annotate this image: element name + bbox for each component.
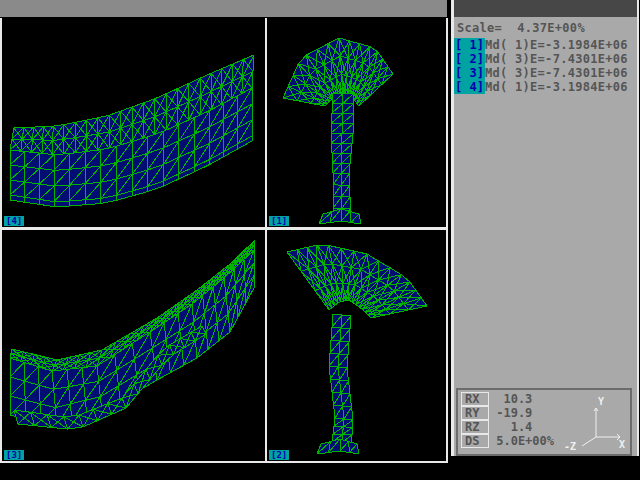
mode-index-chip: [ 3] bbox=[454, 66, 485, 80]
ry-label: RY bbox=[461, 406, 489, 420]
mode-eigenvalue: Md( 1)E=-3.1984E+06 bbox=[485, 80, 628, 94]
ry-value: -19.9 bbox=[489, 406, 532, 420]
viewport-top-left[interactable]: [4] bbox=[2, 18, 265, 227]
viewport-mode-badge: [4] bbox=[4, 216, 24, 226]
mode-index-chip: [ 4] bbox=[454, 80, 485, 94]
mode-list: [ 1] Md( 1)E=-3.1984E+06 [ 2] Md( 3)E=-7… bbox=[454, 38, 637, 94]
axis-z-label: -Z bbox=[564, 441, 576, 451]
mode-shape-canvas bbox=[2, 18, 265, 227]
file-header: FILE:B2116 bbox=[454, 0, 637, 17]
mode-eigenvalue: Md( 1)E=-3.1984E+06 bbox=[485, 38, 628, 52]
axis-x-label: X bbox=[619, 439, 625, 450]
viewport-bottom-left[interactable]: [3] bbox=[2, 230, 265, 461]
frame-bottom-border bbox=[0, 461, 448, 463]
mode-shape-canvas bbox=[267, 18, 446, 227]
frame-right-border bbox=[446, 18, 448, 463]
viewport-mode-badge: [1] bbox=[269, 216, 289, 226]
viewport-mode-badge: [3] bbox=[4, 450, 24, 460]
mode-index-chip: [ 2] bbox=[454, 52, 485, 66]
mode-row-1[interactable]: [ 1] Md( 1)E=-3.1984E+06 bbox=[454, 38, 637, 52]
scale-readout: Scale= 4.37E+00% bbox=[454, 17, 637, 38]
mode-shape-canvas bbox=[267, 230, 446, 461]
viewport-top-right[interactable]: [1] bbox=[267, 18, 446, 227]
ds-value: 5.0E+00% bbox=[489, 434, 554, 448]
axis-y-label: Y bbox=[598, 396, 604, 407]
mode-row-3[interactable]: [ 3] Md( 3)E=-7.4301E+06 bbox=[454, 66, 637, 80]
viewport-bottom-right[interactable]: [2] bbox=[267, 230, 446, 461]
rx-label: RX bbox=[461, 392, 489, 406]
window-title-bar: Belluzzi es.2116: buck. trave appog. con… bbox=[0, 0, 447, 17]
mode-row-2[interactable]: [ 2] Md( 3)E=-7.4301E+06 bbox=[454, 52, 637, 66]
mode-index-chip: [ 1] bbox=[454, 38, 485, 52]
mode-eigenvalue: Md( 3)E=-7.4301E+06 bbox=[485, 52, 628, 66]
rz-value: 1.4 bbox=[489, 420, 532, 434]
viewport-mode-badge: [2] bbox=[269, 450, 289, 460]
application-screen: Belluzzi es.2116: buck. trave appog. con… bbox=[0, 0, 640, 480]
side-panel: FILE:B2116 Scale= 4.37E+00% [ 1] Md( 1)E… bbox=[454, 0, 637, 456]
ds-label: DS bbox=[461, 434, 489, 448]
axes-triad-icon: Y X -Z bbox=[562, 395, 626, 451]
panel-right-border bbox=[637, 0, 639, 456]
mode-eigenvalue: Md( 3)E=-7.4301E+06 bbox=[485, 66, 628, 80]
rotation-info-box: RX 10.3 RY -19.9 RZ 1.4 DS 5.0E+00% Y X … bbox=[456, 388, 632, 456]
mode-row-4[interactable]: [ 4] Md( 1)E=-3.1984E+06 bbox=[454, 80, 637, 94]
mode-shape-canvas bbox=[2, 230, 265, 461]
rx-value: 10.3 bbox=[489, 392, 532, 406]
rz-label: RZ bbox=[461, 420, 489, 434]
